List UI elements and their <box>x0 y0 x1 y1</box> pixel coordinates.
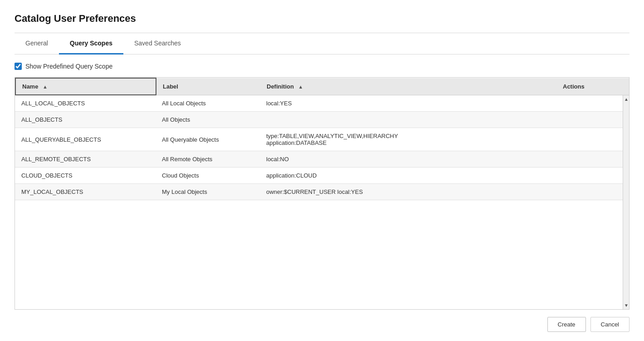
cell-name: ALL_OBJECTS <box>15 112 156 128</box>
cell-name: ALL_REMOTE_OBJECTS <box>15 151 156 168</box>
definition-sort-icon: ▲ <box>298 84 303 89</box>
scroll-up-icon[interactable]: ▲ <box>623 95 629 103</box>
cell-label: All Objects <box>156 112 260 128</box>
cell-label: Cloud Objects <box>156 168 260 184</box>
tab-general[interactable]: General <box>15 33 59 54</box>
cell-label: All Local Objects <box>156 95 260 112</box>
cell-name: MY_LOCAL_OBJECTS <box>15 184 156 200</box>
cell-definition: local:NO <box>260 151 556 168</box>
name-sort-icon: ▲ <box>43 84 48 89</box>
cell-name: ALL_QUERYABLE_OBJECTS <box>15 128 156 151</box>
cell-actions <box>556 112 629 128</box>
col-header-name[interactable]: Name ▲ <box>15 78 156 95</box>
col-header-definition[interactable]: Definition ▲ <box>260 78 556 95</box>
cell-definition: application:CLOUD <box>260 168 556 184</box>
cell-name: CLOUD_OBJECTS <box>15 168 156 184</box>
show-predefined-row: Show Predefined Query Scope <box>15 63 629 70</box>
page-title: Catalog User Preferences <box>15 13 629 25</box>
cell-actions <box>556 95 629 112</box>
cell-name: ALL_LOCAL_OBJECTS <box>15 95 156 112</box>
footer-actions: Create Cancel <box>15 310 629 332</box>
show-predefined-label: Show Predefined Query Scope <box>25 63 112 70</box>
cell-label: All Queryable Objects <box>156 128 260 151</box>
scroll-down-icon[interactable]: ▼ <box>623 301 629 309</box>
cell-definition: local:YES <box>260 95 556 112</box>
scrollbar[interactable]: ▲ ▼ <box>623 95 629 309</box>
table-wrapper: Name ▲ Label Definition ▲ Actions <box>15 77 629 310</box>
col-actions-label: Actions <box>563 83 585 90</box>
table-row[interactable]: ALL_LOCAL_OBJECTSAll Local Objectslocal:… <box>15 95 629 112</box>
tab-query-scopes[interactable]: Query Scopes <box>59 33 123 54</box>
cell-definition <box>260 112 556 128</box>
cell-actions <box>556 151 629 168</box>
col-header-actions: Actions <box>556 78 629 95</box>
cell-actions <box>556 128 629 151</box>
cell-label: All Remote Objects <box>156 151 260 168</box>
cancel-button[interactable]: Cancel <box>590 317 629 332</box>
table-row[interactable]: ALL_REMOTE_OBJECTSAll Remote Objectsloca… <box>15 151 629 168</box>
tabs-container: General Query Scopes Saved Searches <box>15 33 629 54</box>
table-row[interactable]: MY_LOCAL_OBJECTSMy Local Objectsowner:$C… <box>15 184 629 200</box>
show-predefined-checkbox[interactable] <box>15 63 22 70</box>
col-name-label: Name <box>22 83 38 90</box>
create-button[interactable]: Create <box>547 317 586 332</box>
cell-actions <box>556 184 629 200</box>
scopes-table-header: Name ▲ Label Definition ▲ Actions <box>15 78 629 95</box>
table-row[interactable]: CLOUD_OBJECTSCloud Objectsapplication:CL… <box>15 168 629 184</box>
table-row[interactable]: ALL_OBJECTSAll Objects <box>15 112 629 128</box>
cell-label: My Local Objects <box>156 184 260 200</box>
scopes-table-body: ALL_LOCAL_OBJECTSAll Local Objectslocal:… <box>15 95 629 200</box>
col-definition-label: Definition <box>267 83 294 90</box>
table-row[interactable]: ALL_QUERYABLE_OBJECTSAll Queryable Objec… <box>15 128 629 151</box>
tab-saved-searches[interactable]: Saved Searches <box>123 33 192 54</box>
cell-definition: owner:$CURRENT_USER local:YES <box>260 184 556 200</box>
col-header-label[interactable]: Label <box>156 78 260 95</box>
cell-actions <box>556 168 629 184</box>
col-label-label: Label <box>163 83 178 90</box>
page-container: Catalog User Preferences General Query S… <box>0 0 644 341</box>
cell-definition: type:TABLE,VIEW,ANALYTIC_VIEW,HIERARCHY … <box>260 128 556 151</box>
